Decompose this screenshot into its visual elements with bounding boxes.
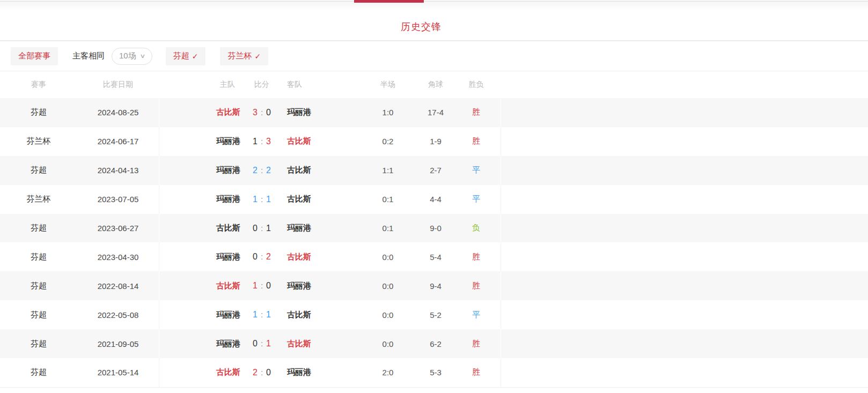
home-score: 3: [253, 108, 258, 117]
cell-corners: 9-4: [420, 281, 452, 291]
header-score: 比分: [242, 80, 281, 90]
cell-league: 芬超: [0, 339, 77, 349]
cell-extra: [501, 127, 868, 156]
away-score: 1: [266, 339, 271, 348]
table-row[interactable]: 芬超2024-04-13玛丽港2:2古比斯1:12-7平: [0, 156, 868, 185]
header-corners: 角球: [420, 80, 452, 90]
cell-halftime: 0:2: [356, 137, 420, 146]
league-filter-button[interactable]: 芬超 ✓: [166, 47, 206, 65]
cell-corners: 9-0: [420, 224, 452, 233]
cell-home-team: 玛丽港: [159, 156, 242, 185]
checkmark-icon: ✓: [254, 52, 261, 61]
cell-league: 芬超: [0, 165, 77, 175]
table-row[interactable]: 芬兰杯2024-06-17玛丽港1:3古比斯0:21-9胜: [0, 127, 868, 156]
table-header-row: 赛事 比赛日期 主队 比分 客队 半场 角球 胜负: [0, 71, 868, 98]
cell-extra: [501, 271, 868, 300]
home-score: 1: [253, 137, 258, 146]
cell-away-team: 古比斯: [281, 136, 356, 146]
cell-score: 0:1: [242, 339, 281, 348]
match-count-dropdown[interactable]: 10场 ∨: [112, 48, 152, 65]
score-colon: :: [258, 252, 266, 261]
cell-date: 2024-06-17: [77, 137, 159, 146]
cell-home-team: 玛丽港: [159, 185, 242, 214]
cell-home-team: 古比斯: [159, 98, 242, 127]
cell-away-team: 玛丽港: [281, 367, 356, 377]
table-row[interactable]: 芬超2023-04-30玛丽港0:2古比斯0:05-4胜: [0, 242, 868, 271]
home-score: 1: [253, 310, 258, 319]
cell-away-team: 古比斯: [281, 194, 356, 204]
cell-away-team: 古比斯: [281, 339, 356, 349]
cell-halftime: 1:0: [356, 108, 420, 117]
cell-result: 胜: [452, 107, 501, 117]
page-title: 历史交锋: [0, 20, 842, 33]
table-row[interactable]: 芬兰杯2023-07-05玛丽港1:1古比斯0:14-4平: [0, 185, 868, 214]
table-body: 芬超2024-08-25古比斯3:0玛丽港1:017-4胜芬兰杯2024-06-…: [0, 98, 868, 387]
away-score: 0: [266, 108, 271, 117]
section-header: 历史交锋: [0, 3, 868, 40]
cell-extra: [501, 185, 868, 214]
h2h-table: 赛事 比赛日期 主队 比分 客队 半场 角球 胜负 芬超2024-08-25古比…: [0, 71, 868, 388]
cell-score: 2:2: [242, 166, 281, 175]
away-score: 1: [266, 195, 271, 204]
cell-halftime: 0:1: [356, 224, 420, 233]
cell-halftime: 0:0: [356, 281, 420, 291]
cell-corners: 5-4: [420, 253, 452, 262]
header-result: 胜负: [452, 80, 501, 90]
home-score: 1: [253, 281, 258, 290]
home-score: 2: [253, 166, 258, 175]
score-colon: :: [258, 224, 266, 233]
score-colon: :: [258, 108, 266, 117]
cup-filter-button[interactable]: 芬兰杯 ✓: [220, 47, 268, 65]
cell-league: 芬超: [0, 281, 77, 291]
cell-date: 2024-08-25: [77, 108, 159, 117]
cell-date: 2024-04-13: [77, 166, 159, 175]
table-row[interactable]: 芬超2022-05-08玛丽港1:1古比斯0:05-2平: [0, 300, 868, 329]
table-row[interactable]: 芬超2023-06-27古比斯0:1玛丽港0:19-0负: [0, 214, 868, 243]
cell-league: 芬超: [0, 223, 77, 233]
cell-score: 2:0: [242, 368, 281, 377]
cell-away-team: 玛丽港: [281, 223, 356, 233]
cell-result: 胜: [452, 252, 501, 262]
cell-league: 芬超: [0, 252, 77, 262]
cell-home-team: 玛丽港: [159, 242, 242, 271]
score-colon: :: [258, 339, 266, 348]
cell-result: 平: [452, 310, 501, 320]
cell-score: 1:1: [242, 195, 281, 204]
cup-filter-label: 芬兰杯: [227, 51, 252, 61]
table-row[interactable]: 芬超2021-05-14古比斯2:0玛丽港2:05-3胜: [0, 358, 868, 387]
cell-halftime: 1:1: [356, 166, 420, 175]
cell-result: 负: [452, 223, 501, 233]
all-competitions-button[interactable]: 全部赛事: [11, 47, 58, 65]
cell-result: 胜: [452, 136, 501, 146]
table-row[interactable]: 芬超2024-08-25古比斯3:0玛丽港1:017-4胜: [0, 98, 868, 127]
cell-corners: 2-7: [420, 166, 452, 175]
home-score: 0: [253, 252, 258, 261]
table-row[interactable]: 芬超2022-08-14古比斯1:0玛丽港0:09-4胜: [0, 271, 868, 300]
cell-date: 2023-06-27: [77, 224, 159, 233]
cell-date: 2022-05-08: [77, 310, 159, 320]
cell-date: 2023-07-05: [77, 195, 159, 204]
cell-league: 芬超: [0, 310, 77, 320]
score-colon: :: [258, 166, 266, 175]
cell-score: 0:2: [242, 252, 281, 262]
cell-score: 3:0: [242, 108, 281, 117]
score-colon: :: [258, 195, 266, 204]
away-score: 2: [266, 166, 271, 175]
same-venue-label: 主客相同: [72, 51, 105, 61]
cell-home-team: 古比斯: [159, 214, 242, 243]
score-colon: :: [258, 368, 266, 377]
away-score: 1: [266, 224, 271, 233]
table-row[interactable]: 芬超2021-09-05玛丽港0:1古比斯0:06-2胜: [0, 329, 868, 358]
cell-extra: [501, 156, 868, 185]
cell-away-team: 古比斯: [281, 252, 356, 262]
cell-league: 芬超: [0, 367, 77, 377]
cell-score: 0:1: [242, 224, 281, 233]
away-score: 1: [266, 310, 271, 319]
all-competitions-label: 全部赛事: [18, 51, 50, 61]
home-score: 1: [253, 195, 258, 204]
away-score: 2: [266, 252, 271, 261]
checkmark-icon: ✓: [192, 52, 198, 61]
cell-halftime: 0:0: [356, 253, 420, 262]
filter-bar: 全部赛事 主客相同 10场 ∨ 芬超 ✓ 芬兰杯 ✓: [0, 41, 868, 71]
cell-home-team: 玛丽港: [159, 127, 242, 156]
